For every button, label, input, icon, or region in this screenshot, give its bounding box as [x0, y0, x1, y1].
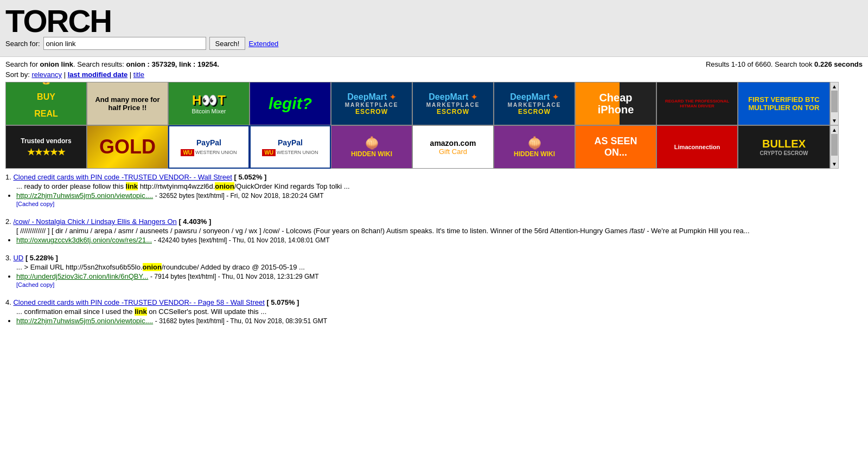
scroll-up-button-2[interactable]: ▲ — [832, 126, 837, 133]
ad-lima-text: Limaconnection — [674, 144, 720, 150]
ad-bullex-title: BULLEX — [762, 138, 806, 150]
highlight-link-1: link — [126, 182, 138, 190]
time-label: Search took — [775, 60, 812, 68]
result-4-url[interactable]: http://z2hjm7uhwisw5jm5.onion/viewtopic.… — [16, 317, 153, 325]
ad-bullex-sub: CRYPTO ESCROW — [760, 150, 808, 156]
extended-link[interactable]: Extended — [248, 40, 278, 48]
result-3-snippet: ... > Email URL http://5sn2hxofsu6b55lo.… — [16, 263, 863, 271]
ad-lima[interactable]: Limaconnection — [656, 125, 738, 169]
sort-title[interactable]: title — [133, 70, 144, 79]
result-2-title[interactable]: /cow/ - Nostalgia Chick / Lindsay Ellis … — [13, 217, 176, 226]
ad-scrollbar-2[interactable]: ▲ ▼ — [830, 125, 839, 169]
result-1-score: [ 5.052% ] — [234, 173, 266, 181]
result-4-title[interactable]: Cloned credit cards with PIN code -TRUST… — [13, 298, 264, 306]
result-2-score: [ 4.403% ] — [178, 217, 211, 226]
ad-buy-real-money[interactable]: 💰 BUYREALMONEY — [5, 82, 87, 125]
result-2-meta: - 424240 bytes [text/html] - Thu, 01 Nov… — [154, 236, 330, 244]
result-3-url[interactable]: http://underdj5ziov3ic7.onion/link/6nQBY… — [16, 272, 148, 280]
link-count: link : 19254. — [179, 60, 219, 68]
ad-stars: ★★★★★ — [21, 147, 71, 157]
ad-wu-logo-1: WU WESTERN UNION — [181, 149, 237, 156]
highlight-link-4: link — [135, 307, 146, 316]
ad-container: 💰 BUYREALMONEY And many more for half Pr… — [5, 82, 863, 169]
time-value: 0.226 seconds — [814, 60, 863, 68]
scroll-up-button[interactable]: ▲ — [832, 82, 837, 89]
search-for-label: Search for — [5, 60, 38, 68]
ad-hidden-wiki-1: HIDDEN WIKI — [351, 150, 392, 158]
scroll-down-button-2[interactable]: ▼ — [832, 161, 837, 168]
logo: TORCH — [5, 5, 863, 37]
result-2-number: 2. — [5, 217, 13, 226]
scroll-thumb-2[interactable] — [831, 134, 838, 156]
ad-deepmart-1[interactable]: DeepMart ✦ MARKETPLACE ESCROW — [331, 82, 412, 125]
highlight-onion-1: onion — [215, 182, 234, 190]
ad-deepmart-2[interactable]: DeepMart ✦ MARKETPLACE ESCROW — [412, 82, 494, 125]
highlight-onion-3: onion — [143, 263, 162, 271]
ad-amazon-text: amazon.com — [430, 139, 476, 148]
scroll-thumb[interactable] — [831, 91, 838, 112]
result-4-number: 4. — [5, 298, 13, 306]
results-bar: Search for onion link. Search results: o… — [0, 57, 868, 69]
sort-last-modified[interactable]: last modified date — [68, 70, 128, 79]
result-3-cached-link[interactable]: [Cached copy] — [16, 281, 54, 288]
result-2-url[interactable]: http://oxwugzccvk3dk6tj.onion/cow/res/21… — [16, 236, 152, 244]
onion-count: onion : 357329, — [126, 60, 177, 68]
search-term: onion link — [40, 60, 73, 68]
ad-amazon[interactable]: amazon.com Gift Card — [412, 125, 494, 169]
ad-tor-wiki-1[interactable]: 🧅 HIDDEN WIKI — [331, 125, 412, 169]
ad-cheap-iphone[interactable]: CheapiPhone — [575, 82, 656, 125]
result-3-score: [ 5.228% ] — [25, 254, 58, 262]
scroll-down-button[interactable]: ▼ — [832, 118, 837, 125]
result-3-meta: - 7914 bytes [text/html] - Thu, 01 Nov 2… — [150, 273, 319, 280]
ad-hitman[interactable]: REGARD THE PROFESSIONAL HITMAN DRIVER — [656, 82, 738, 125]
result-4-url-list: http://z2hjm7uhwisw5jm5.onion/viewtopic.… — [16, 317, 863, 325]
result-4-score: [ 5.075% ] — [266, 298, 299, 306]
sort-label: Sort by: — [5, 70, 30, 79]
results-info: Search for onion link. Search results: o… — [5, 60, 219, 68]
results-right: Results 1-10 of 6660. Search took 0.226 … — [706, 60, 863, 68]
result-1-number: 1. — [5, 173, 13, 181]
ad-paypal-wu-2[interactable]: PayPal WU WESTERN UNION — [250, 125, 331, 169]
ad-gold-text: GOLD — [99, 136, 156, 158]
sort-relevancy[interactable]: relevancy — [31, 70, 62, 79]
ad-paypal-wu-1[interactable]: PayPal WU WESTERN UNION — [168, 125, 250, 169]
ad-hidden-wiki-2: HIDDEN WIKI — [514, 150, 555, 158]
ad-row-2: Trusted vendors ★★★★★ GOLD PayPal WU WES… — [5, 125, 863, 169]
ad-as-seen-text: AS SEENON... — [594, 136, 637, 158]
result-item-2: 2. /cow/ - Nostalgia Chick / Lindsay Ell… — [5, 217, 863, 244]
ad-bullex[interactable]: BULLEX CRYPTO ESCROW — [738, 125, 830, 169]
sort-bar: Sort by: relevancy | last modified date … — [0, 69, 868, 82]
ad-amazon-sub: Gift Card — [439, 148, 467, 156]
result-3-number: 3. — [5, 254, 13, 262]
logo-text: TORCH — [5, 5, 111, 37]
ad-as-seen[interactable]: AS SEENON... — [575, 125, 656, 169]
ad-paypal-logo-2: PayPal — [278, 138, 303, 147]
result-1-url-list: http://z2hjm7uhwisw5jm5.onion/viewtopic.… — [16, 191, 863, 208]
result-3-title[interactable]: UD — [13, 254, 23, 262]
results-label: Search results: — [77, 60, 124, 68]
result-1-snippet: ... ready to order please follow this li… — [16, 182, 863, 190]
ad-scrollbar[interactable]: ▲ ▼ — [830, 82, 839, 125]
header: TORCH Search for: Search! Extended — [0, 0, 868, 57]
ad-hoot[interactable]: H👀T Bitcoin Mixer — [168, 82, 250, 125]
result-item-1: 1. Cloned credit cards with PIN code -TR… — [5, 173, 863, 208]
result-item-3: 3. UD [ 5.228% ] ... > Email URL http://… — [5, 254, 863, 289]
ad-gold[interactable]: GOLD — [87, 125, 168, 169]
ad-and-many-more[interactable]: And many more for half Price !! — [87, 82, 168, 125]
search-input[interactable] — [43, 37, 206, 50]
result-1-cached-link[interactable]: [Cached copy] — [16, 201, 54, 207]
result-1-url[interactable]: http://z2hjm7uhwisw5jm5.onion/viewtopic.… — [16, 191, 153, 200]
search-button[interactable]: Search! — [209, 37, 246, 50]
ad-tor-icon-2: 🧅 — [514, 136, 555, 150]
ad-legit[interactable]: legit? — [250, 82, 331, 125]
ad-tor-wiki-2[interactable]: 🧅 HIDDEN WIKI — [494, 125, 575, 169]
ad-btc-multiplier[interactable]: FIRST VERIFIED BTC MULTIPLIER ON TOR — [738, 82, 830, 125]
ad-tor-icon-1: 🧅 — [351, 136, 392, 150]
ad-deepmart-3[interactable]: DeepMart ✦ MARKETPLACE ESCROW — [494, 82, 575, 125]
ad-hitman-text: REGARD THE PROFESSIONAL HITMAN DRIVER — [659, 99, 736, 108]
ad-row-1: 💰 BUYREALMONEY And many more for half Pr… — [5, 82, 863, 125]
result-1-title[interactable]: Cloned credit cards with PIN code -TRUST… — [13, 173, 232, 181]
ad-trusted-vendors[interactable]: Trusted vendors ★★★★★ — [5, 125, 87, 169]
result-3-cached: [Cached copy] — [16, 281, 54, 288]
result-2-snippet: [ ///////////// ] [ dir / animu / arepa … — [16, 227, 863, 235]
